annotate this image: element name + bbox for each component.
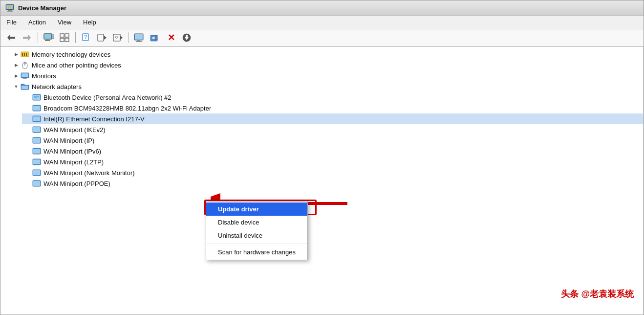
svg-rect-9: [23, 37, 28, 39]
refresh-button[interactable]: ↺: [111, 31, 125, 44]
svg-marker-6: [7, 34, 10, 41]
title-bar: ⚙ Device Manager: [0, 0, 644, 16]
item-label: WAN Miniport (IP): [43, 137, 94, 144]
list-item[interactable]: ▶ WAN Miniport (L2TP): [22, 157, 643, 167]
svg-marker-23: [104, 36, 107, 40]
item-label: Intel(R) Ethernet Connection I217-V: [43, 115, 145, 123]
back-button[interactable]: [4, 31, 18, 44]
network-adapter-icon: [32, 115, 42, 123]
svg-rect-15: [52, 35, 53, 38]
svg-rect-3: [7, 11, 13, 12]
svg-rect-38: [22, 53, 23, 56]
help-device-button[interactable]: ?: [80, 31, 93, 44]
svg-rect-30: [136, 41, 142, 42]
svg-rect-32: [152, 37, 155, 39]
svg-rect-54: [34, 97, 37, 98]
svg-rect-50: [21, 86, 28, 89]
menu-help[interactable]: Help: [77, 17, 102, 28]
toolbar-separator-1: [38, 32, 38, 43]
item-label: Network adapters: [32, 83, 82, 90]
menu-file[interactable]: File: [0, 17, 22, 28]
list-item[interactable]: ▶ Memory technology devices: [10, 49, 643, 60]
menu-bar: File Action View Help: [0, 16, 644, 29]
expand-icon: ▼: [12, 83, 20, 90]
svg-text:?: ?: [84, 34, 87, 40]
item-label: WAN Miniport (Network Monitor): [43, 169, 135, 177]
svg-rect-28: [135, 34, 143, 40]
list-item[interactable]: ▶ WAN Miniport (PPPOE): [22, 178, 643, 189]
svg-rect-70: [33, 181, 40, 186]
svg-rect-58: [33, 116, 40, 121]
list-item[interactable]: ▼ Network adapters: [10, 81, 643, 92]
svg-marker-8: [28, 34, 31, 41]
svg-text:⚙: ⚙: [9, 6, 11, 9]
svg-rect-47: [22, 79, 27, 79]
expand-icon: ▶: [12, 72, 20, 80]
item-label: Monitors: [32, 72, 56, 80]
network-adapter-icon: [32, 169, 42, 177]
intel-ethernet-item[interactable]: ▶ Intel(R) Ethernet Connection I217-V: [22, 113, 643, 124]
svg-rect-36: [186, 35, 188, 37]
network-adapter-icon: [32, 147, 42, 155]
menu-action[interactable]: Action: [22, 17, 52, 28]
list-item[interactable]: ▶ Bluetooth Device (Personal Area Networ…: [22, 92, 643, 103]
item-label: WAN Miniport (L2TP): [43, 158, 104, 166]
svg-rect-11: [44, 34, 51, 39]
svg-marker-25: [120, 36, 123, 40]
expand-icon: ▶: [12, 61, 20, 69]
list-item[interactable]: ▶ Broadcom BCM943228HMB 802.11abgn 2x2 W…: [22, 103, 643, 113]
svg-rect-64: [33, 149, 40, 154]
svg-rect-40: [26, 53, 27, 56]
network-adapter-icon: [32, 158, 42, 166]
device-manager-window: ⚙ Device Manager File Action View Help: [0, 0, 644, 315]
svg-rect-66: [33, 159, 40, 164]
svg-rect-39: [24, 53, 25, 56]
svg-rect-68: [33, 170, 40, 175]
memory-icon: [20, 50, 30, 58]
network-adapter-icon: [32, 126, 42, 134]
network-adapter-icon: [32, 136, 42, 144]
list-item[interactable]: ▶ Monitors: [10, 70, 643, 81]
monitor-button[interactable]: [133, 31, 147, 44]
item-label: Mice and other pointing devices: [32, 62, 121, 69]
next-button[interactable]: [95, 31, 109, 44]
ctx-scan-hardware[interactable]: Scan for hardware changes: [206, 246, 307, 259]
list-item[interactable]: ▶ WAN Miniport (Network Monitor): [22, 167, 643, 178]
menu-view[interactable]: View: [52, 17, 77, 28]
svg-rect-19: [65, 38, 69, 42]
network-adapter-icon: [32, 180, 42, 187]
list-item[interactable]: ▶ Mice and other pointing devices: [10, 60, 643, 70]
context-menu-separator: [206, 244, 307, 244]
show-computer-button[interactable]: [42, 31, 56, 44]
network-adapter-icon: [32, 104, 42, 112]
item-label: Bluetooth Device (Personal Area Network)…: [43, 94, 172, 101]
install-button[interactable]: [180, 31, 193, 44]
window-title: Device Manager: [18, 4, 66, 12]
speaker-button[interactable]: [149, 31, 162, 44]
title-icon: ⚙: [5, 3, 14, 12]
svg-rect-22: [98, 34, 104, 41]
remove-button[interactable]: ✕: [164, 31, 178, 44]
content-area: ▶ Memory technology devices ▶: [0, 47, 644, 315]
view-toggle-button[interactable]: [58, 31, 71, 44]
svg-rect-29: [137, 40, 140, 41]
svg-rect-7: [10, 37, 15, 39]
list-item[interactable]: ▶ WAN Miniport (IKEv2): [22, 124, 643, 135]
forward-button[interactable]: [20, 31, 34, 44]
list-item[interactable]: ▶ WAN Miniport (IP): [22, 135, 643, 146]
svg-rect-16: [60, 34, 64, 37]
ctx-uninstall-device[interactable]: Uninstall device: [206, 229, 307, 242]
toolbar: ? ↺: [0, 29, 644, 47]
item-label: Broadcom BCM943228HMB 802.11abgn 2x2 Wi-…: [43, 105, 211, 112]
ctx-update-driver[interactable]: Update driver: [206, 202, 307, 216]
svg-rect-2: [8, 10, 12, 11]
item-label: Memory technology devices: [32, 51, 110, 58]
ctx-disable-device[interactable]: Disable device: [206, 216, 307, 229]
svg-rect-60: [33, 127, 40, 132]
item-label: WAN Miniport (PPPOE): [43, 180, 110, 187]
network-adapter-icon: [32, 93, 42, 101]
svg-rect-12: [46, 39, 49, 40]
svg-rect-45: [21, 73, 28, 77]
list-item[interactable]: ▶ WAN Miniport (IPv6): [22, 146, 643, 157]
svg-text:↺: ↺: [115, 35, 118, 40]
